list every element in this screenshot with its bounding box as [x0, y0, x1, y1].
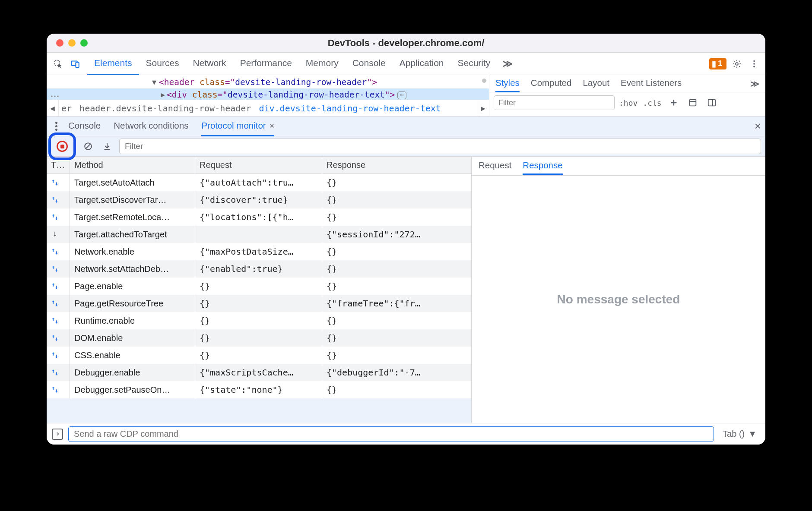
cell-request: {"discover":true} — [195, 191, 322, 208]
main-tab-elements[interactable]: Elements — [87, 53, 139, 75]
breadcrumb-scroll-right-icon[interactable]: ▶ — [477, 100, 489, 117]
computed-styles-icon[interactable] — [686, 96, 700, 110]
record-button-highlight — [48, 132, 76, 160]
issues-badge[interactable]: ▮1 — [709, 58, 726, 69]
table-row[interactable]: Target.setDiscoverTar…{"discover":true}{… — [47, 191, 471, 208]
cdp-target-selector[interactable]: Tab ()▼ — [719, 429, 760, 439]
scrollbar-thumb[interactable] — [482, 79, 486, 83]
styles-tabs-overflow-icon[interactable]: ≫ — [750, 79, 759, 89]
table-row[interactable]: Debugger.setPauseOn…{"state":"none"}{} — [47, 381, 471, 398]
table-header: T… Method Request Response — [47, 157, 471, 174]
detail-tab-response[interactable]: Response — [523, 158, 562, 175]
detail-tab-request[interactable]: Request — [479, 158, 511, 175]
drawer-close-icon[interactable]: × — [755, 120, 761, 133]
device-toolbar-icon[interactable] — [68, 57, 82, 71]
main-tab-memory[interactable]: Memory — [299, 53, 346, 75]
table-row[interactable]: Target.setRemoteLoca…{"locations":[{"h…{… — [47, 208, 471, 226]
main-tab-performance[interactable]: Performance — [233, 53, 299, 75]
table-row[interactable]: Page.enable{}{} — [47, 278, 471, 295]
svg-point-3 — [736, 63, 738, 65]
cell-request: {} — [195, 278, 322, 295]
tab-close-icon[interactable]: × — [270, 121, 275, 131]
main-tab-sources[interactable]: Sources — [139, 53, 186, 75]
table-row[interactable]: CSS.enable{}{} — [47, 347, 471, 364]
col-request[interactable]: Request — [195, 157, 322, 173]
col-response[interactable]: Response — [322, 157, 471, 173]
more-menu-icon[interactable] — [747, 57, 761, 71]
cell-request — [195, 226, 322, 243]
cell-request: {"locations":[{"h… — [195, 208, 322, 226]
expand-triangle-icon[interactable]: ▾ — [152, 76, 156, 88]
table-row[interactable]: Runtime.enable{}{} — [47, 312, 471, 329]
crumb-prefix: er — [61, 103, 72, 114]
main-tab-security[interactable]: Security — [450, 53, 497, 75]
main-tab-console[interactable]: Console — [346, 53, 393, 75]
main-tab-network[interactable]: Network — [186, 53, 233, 75]
svg-point-4 — [753, 60, 755, 62]
cell-method: Page.enable — [70, 278, 195, 295]
table-row[interactable]: Target.attachedToTarget{"sessionId":"272… — [47, 226, 471, 243]
cell-method: DOM.enable — [70, 329, 195, 347]
cell-response: {} — [322, 191, 471, 208]
expand-triangle-icon[interactable]: ▸ — [161, 90, 165, 99]
svg-rect-7 — [689, 100, 696, 106]
breadcrumb-scroll-left-icon[interactable]: ◀ — [47, 100, 59, 117]
styles-tab-styles[interactable]: Styles — [495, 75, 520, 92]
cell-method: Target.setDiscoverTar… — [70, 191, 195, 208]
titlebar: DevTools - developer.chrome.com/ — [47, 34, 765, 53]
styles-tab-layout[interactable]: Layout — [583, 75, 609, 92]
chevron-down-icon: ▼ — [748, 429, 757, 439]
inspect-element-icon[interactable] — [51, 57, 65, 71]
cell-method: Target.setRemoteLoca… — [70, 208, 195, 226]
elements-dom-panel[interactable]: … ▾ <header class="devsite-landing-row-h… — [47, 75, 489, 116]
cell-method: Network.setAttachDeb… — [70, 260, 195, 278]
cell-method: Runtime.enable — [70, 312, 195, 329]
clear-icon[interactable] — [81, 139, 95, 153]
cls-toggle[interactable]: .cls — [643, 98, 661, 107]
cell-method: Target.setAutoAttach — [70, 174, 195, 191]
svg-point-5 — [753, 63, 755, 65]
scroll-into-view-icon[interactable]: ⋯ — [397, 91, 406, 99]
settings-icon[interactable] — [730, 57, 744, 71]
table-row[interactable]: Debugger.enable{"maxScriptsCache…{"debug… — [47, 364, 471, 381]
cell-method: Network.enable — [70, 243, 195, 260]
crumb-item[interactable]: div.devsite-landing-row-header-text — [259, 103, 441, 114]
styles-tab-event-listeners[interactable]: Event Listeners — [621, 75, 682, 92]
cell-response: {} — [322, 260, 471, 278]
protocol-filter-input[interactable] — [119, 139, 761, 154]
cdp-command-input[interactable] — [68, 426, 714, 442]
cell-request: {} — [195, 347, 322, 364]
drawer: ConsoleNetwork conditionsProtocol monito… — [47, 117, 765, 445]
cell-response: {} — [322, 381, 471, 398]
new-style-rule-icon[interactable] — [667, 96, 681, 110]
col-method[interactable]: Method — [70, 157, 195, 173]
crumb-item[interactable]: header.devsite-landing-row-header — [79, 103, 251, 114]
table-row[interactable]: Page.getResourceTree{}{"frameTree":{"fr… — [47, 295, 471, 312]
cell-request: {} — [195, 295, 322, 312]
tabs-overflow-icon[interactable]: ≫ — [501, 57, 514, 71]
table-row[interactable]: DOM.enable{}{} — [47, 329, 471, 347]
styles-filter-input[interactable] — [494, 95, 615, 110]
table-row[interactable]: Network.enable{"maxPostDataSize…{} — [47, 243, 471, 260]
record-icon[interactable] — [57, 141, 68, 152]
main-tab-application[interactable]: Application — [393, 53, 451, 75]
table-row[interactable]: Target.setAutoAttach{"autoAttach":tru…{} — [47, 174, 471, 191]
cell-response: {"frameTree":{"fr… — [322, 295, 471, 312]
cell-method: Page.getResourceTree — [70, 295, 195, 312]
drawer-tab-protocol-monitor[interactable]: Protocol monitor× — [201, 117, 274, 136]
toggle-sidebar-icon[interactable] — [705, 96, 719, 110]
detail-tabstrip: RequestResponse — [472, 157, 765, 176]
save-icon[interactable] — [100, 139, 114, 153]
drawer-tab-network-conditions[interactable]: Network conditions — [114, 117, 188, 136]
styles-tab-computed[interactable]: Computed — [531, 75, 572, 92]
dom-ellipsis-icon[interactable]: … — [50, 88, 60, 100]
drawer-menu-icon[interactable] — [51, 122, 61, 131]
main-tabstrip: ElementsSourcesNetworkPerformanceMemoryC… — [47, 53, 765, 75]
hov-toggle[interactable]: :hov — [619, 98, 638, 107]
drawer-tabstrip: ConsoleNetwork conditionsProtocol monito… — [47, 117, 765, 136]
toggle-command-editor-icon[interactable] — [52, 429, 63, 440]
arrow-up-down-icon — [47, 295, 70, 312]
protocol-table[interactable]: T… Method Request Response Target.setAut… — [47, 157, 472, 423]
table-row[interactable]: Network.setAttachDeb…{"enabled":true}{} — [47, 260, 471, 278]
cell-request: {"state":"none"} — [195, 381, 322, 398]
